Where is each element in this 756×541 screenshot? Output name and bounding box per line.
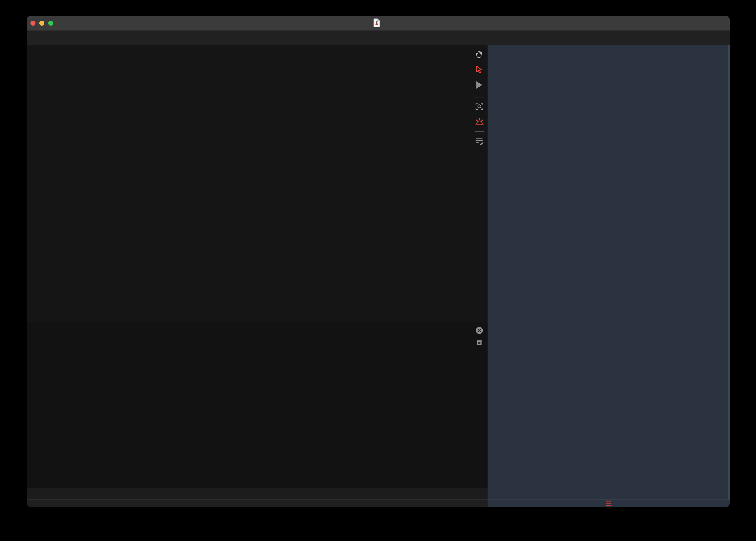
document-icon (373, 18, 380, 28)
close-button[interactable] (30, 21, 35, 26)
toolbar-divider (475, 351, 484, 351)
hand-tool-icon[interactable] (474, 49, 485, 60)
footer-bar (27, 499, 730, 507)
zoom-button[interactable] (48, 21, 53, 26)
select-arrow-icon[interactable] (474, 64, 485, 75)
package-3d-render (190, 104, 318, 272)
console-prompt[interactable] (27, 488, 488, 499)
viewport-3d[interactable] (27, 45, 488, 322)
app-window (27, 16, 730, 507)
outline-list-icon[interactable] (606, 500, 612, 507)
screenshot-icon[interactable] (474, 101, 485, 112)
toolbar-divider (475, 97, 484, 97)
toolbar-divider (475, 131, 484, 132)
clear-console-icon[interactable] (474, 337, 485, 347)
console-output[interactable] (27, 322, 488, 488)
title-bar (27, 16, 730, 31)
viewport-toolbar (471, 45, 488, 322)
minimize-button[interactable] (39, 21, 44, 26)
play-icon[interactable] (474, 80, 485, 90)
outline-editor-panel[interactable] (488, 45, 730, 499)
tab-bar (27, 31, 730, 45)
light-icon[interactable] (474, 117, 485, 127)
script-lines-icon[interactable] (474, 136, 485, 146)
traffic-lights (30, 16, 53, 30)
dismiss-circle-icon[interactable] (474, 325, 485, 336)
